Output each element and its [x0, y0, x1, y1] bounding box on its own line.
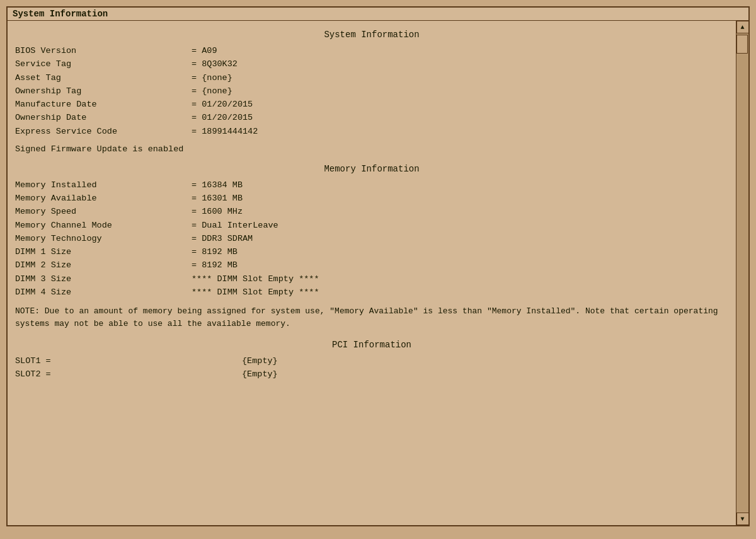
scroll-up-button[interactable]: ▲ [736, 21, 749, 33]
table-row: Service Tag= 8Q30K32 [15, 58, 728, 71]
field-label: Memory Installed [15, 179, 192, 192]
field-label: DIMM 3 Size [15, 273, 192, 286]
pci-info-title: PCI Information [15, 340, 728, 350]
field-label: Ownership Tag [15, 85, 192, 98]
table-row: SLOT1 ={Empty} [15, 355, 728, 368]
table-row: Express Service Code= 18991444142 [15, 125, 728, 138]
table-row: Manufacture Date= 01/20/2015 [15, 98, 728, 111]
field-value: = 16301 MB [192, 192, 243, 205]
field-value: = 16384 MB [192, 179, 243, 192]
title-bar: System Information [8, 8, 748, 21]
table-row: BIOS Version= A09 [15, 45, 728, 57]
scroll-track[interactable] [736, 33, 748, 513]
field-label: DIMM 2 Size [15, 259, 192, 272]
field-label: BIOS Version [15, 45, 192, 57]
table-row: Memory Speed= 1600 MHz [15, 206, 728, 218]
table-row: Memory Channel Mode= Dual InterLeave [15, 219, 728, 232]
field-label: Manufacture Date [15, 98, 192, 111]
field-label: Memory Channel Mode [15, 219, 192, 232]
field-label: SLOT2 = [15, 368, 192, 381]
field-label: Service Tag [15, 58, 192, 71]
field-value: = 18991444142 [192, 125, 258, 138]
pci-info-fields: SLOT1 ={Empty}SLOT2 ={Empty} [15, 355, 728, 381]
field-value: = {none} [192, 85, 232, 98]
field-value: = DDR3 SDRAM [192, 233, 253, 245]
scroll-thumb[interactable] [736, 35, 748, 54]
field-label: Memory Technology [15, 233, 192, 245]
table-row: DIMM 4 Size**** DIMM Slot Empty **** [15, 286, 728, 299]
table-row: Memory Technology= DDR3 SDRAM [15, 233, 728, 245]
field-value: = 8192 MB [192, 246, 238, 258]
field-value: = A09 [192, 45, 217, 57]
system-information-window: System Information System Information BI… [6, 6, 750, 526]
scrollbar: ▲ ▼ [736, 21, 748, 525]
table-row: SLOT2 ={Empty} [15, 368, 728, 381]
memory-info-fields: Memory Installed= 16384 MBMemory Availab… [15, 179, 728, 299]
table-row: DIMM 1 Size= 8192 MB [15, 246, 728, 258]
field-label: SLOT1 = [15, 355, 192, 368]
content-area: System Information BIOS Version= A09Serv… [8, 21, 748, 525]
table-row: Memory Installed= 16384 MB [15, 179, 728, 192]
field-value: = 1600 MHz [192, 206, 243, 218]
system-info-title: System Information [15, 30, 728, 40]
field-label: Express Service Code [15, 125, 192, 138]
field-value: **** DIMM Slot Empty **** [192, 286, 319, 299]
table-row: DIMM 2 Size= 8192 MB [15, 259, 728, 272]
table-row: Asset Tag= {none} [15, 72, 728, 84]
table-row: Memory Available= 16301 MB [15, 192, 728, 205]
table-row: Ownership Date= 01/20/2015 [15, 112, 728, 124]
scroll-content: System Information BIOS Version= A09Serv… [8, 21, 736, 525]
field-label: DIMM 1 Size [15, 246, 192, 258]
system-info-fields: BIOS Version= A09Service Tag= 8Q30K32Ass… [15, 45, 728, 138]
field-label: Memory Available [15, 192, 192, 205]
field-value: = 8Q30K32 [192, 58, 238, 71]
field-value: **** DIMM Slot Empty **** [192, 273, 319, 286]
field-label: Memory Speed [15, 206, 192, 218]
firmware-note: Signed Firmware Update is enabled [15, 144, 728, 154]
field-value: {Empty} [242, 355, 278, 368]
field-value: = 01/20/2015 [192, 98, 253, 111]
field-label: Ownership Date [15, 112, 192, 124]
memory-info-title: Memory Information [15, 164, 728, 174]
field-value: = 01/20/2015 [192, 112, 253, 124]
field-value: = {none} [192, 72, 232, 84]
memory-note: NOTE: Due to an amount of memory being a… [15, 305, 728, 330]
table-row: Ownership Tag= {none} [15, 85, 728, 98]
window-title: System Information [13, 9, 108, 19]
field-value: {Empty} [242, 368, 278, 381]
scroll-down-button[interactable]: ▼ [736, 513, 749, 525]
field-label: Asset Tag [15, 72, 192, 84]
table-row: DIMM 3 Size**** DIMM Slot Empty **** [15, 273, 728, 286]
field-label: DIMM 4 Size [15, 286, 192, 299]
field-value: = 8192 MB [192, 259, 238, 272]
field-value: = Dual InterLeave [192, 219, 278, 232]
